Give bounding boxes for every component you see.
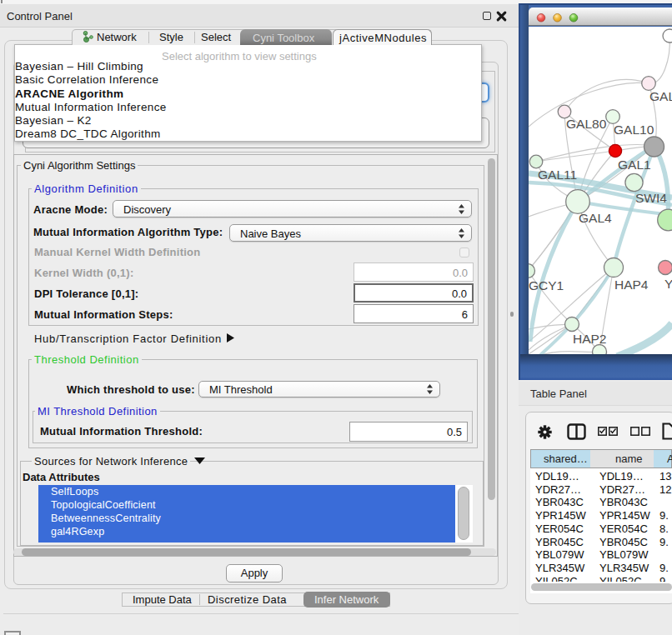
svg-text:GAL: GAL — [649, 89, 672, 103]
svg-text:GAL1: GAL1 — [618, 158, 651, 172]
svg-text:Y: Y — [664, 277, 672, 291]
svg-text:SWI4: SWI4 — [635, 191, 667, 205]
svg-text:GAL4: GAL4 — [579, 211, 612, 225]
svg-text:GCY1: GCY1 — [529, 278, 564, 292]
svg-text:HAP4: HAP4 — [614, 278, 649, 292]
svg-text:HAP2: HAP2 — [573, 332, 607, 346]
svg-text:GAL80: GAL80 — [566, 117, 607, 131]
svg-text:GAL10: GAL10 — [614, 122, 654, 137]
svg-text:GAL11: GAL11 — [538, 168, 577, 182]
